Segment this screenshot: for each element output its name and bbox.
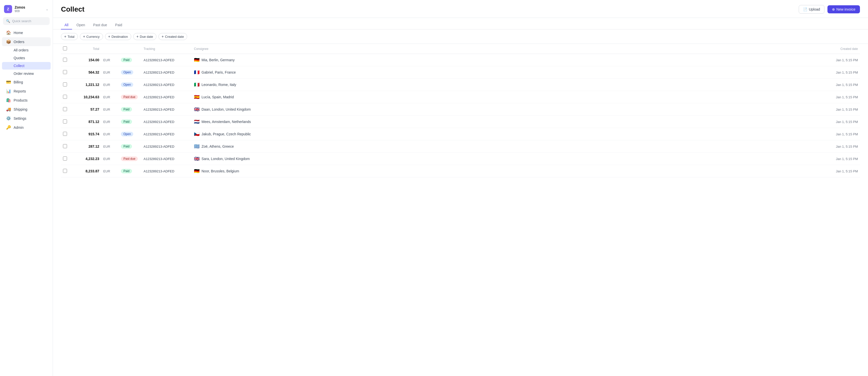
- row-created-date: Jan 1, 5:15 PM: [815, 91, 860, 103]
- sidebar-item-orders[interactable]: 📦 Orders: [2, 37, 51, 46]
- row-created-date: Jan 1, 5:15 PM: [815, 140, 860, 153]
- row-amount: 10,234.63: [71, 91, 101, 103]
- row-checkbox-8[interactable]: [63, 156, 67, 161]
- row-checkbox-0[interactable]: [63, 58, 67, 62]
- row-checkbox-9[interactable]: [63, 169, 67, 173]
- row-checkbox-cell: [61, 91, 71, 103]
- tabs: All Open Past due Paid: [53, 18, 868, 29]
- row-currency: EUR: [101, 103, 119, 116]
- filter-destination-label: Destination: [112, 35, 128, 38]
- plus-icon-created-date: +: [162, 34, 164, 38]
- row-tracking: A123289213-ADFED: [142, 54, 192, 66]
- th-currency: [101, 44, 119, 54]
- row-checkbox-2[interactable]: [63, 82, 67, 86]
- row-currency: EUR: [101, 54, 119, 66]
- main-content: Collect 📄 Upload ⊕ New invoice All Open …: [53, 0, 868, 376]
- row-checkbox-cell: [61, 54, 71, 66]
- tab-paid[interactable]: Paid: [112, 21, 126, 29]
- row-checkbox-cell: [61, 116, 71, 128]
- upload-icon: 📄: [803, 7, 807, 11]
- invoices-table-container: Total Tracking Consignee Created date 15…: [53, 44, 868, 376]
- consignee-name: Mees, Amsterdam, Netherlands: [202, 120, 251, 124]
- filter-currency[interactable]: + Currency: [80, 33, 103, 40]
- filter-total[interactable]: + Total: [61, 33, 78, 40]
- sidebar-item-billing[interactable]: 💳 Billing: [2, 78, 51, 86]
- row-amount: 4,232.23: [71, 153, 101, 165]
- table-row: 8,233.87 EUR Paid A123289213-ADFED 🇩🇪 No…: [61, 165, 860, 177]
- flag-icon: 🇪🇸: [194, 94, 199, 100]
- chevron-down-icon: ⌄: [45, 7, 49, 11]
- filter-created-date[interactable]: + Created date: [158, 33, 187, 40]
- filter-currency-label: Currency: [86, 35, 100, 38]
- row-amount: 564.32: [71, 66, 101, 79]
- brand-switcher[interactable]: Z Zonos 909 ⌄: [0, 3, 53, 17]
- row-tracking: A123289213-ADFED: [142, 66, 192, 79]
- row-created-date: Jan 1, 5:15 PM: [815, 165, 860, 177]
- home-icon: 🏠: [6, 30, 11, 35]
- row-checkbox-4[interactable]: [63, 107, 67, 111]
- row-amount: 57.27: [71, 103, 101, 116]
- row-checkbox-cell: [61, 66, 71, 79]
- row-tracking: A123289213-ADFED: [142, 128, 192, 140]
- row-status: Past due: [119, 91, 142, 103]
- upload-button[interactable]: 📄 Upload: [799, 5, 824, 13]
- row-currency: EUR: [101, 128, 119, 140]
- row-consignee: 🇨🇿 Jakub, Prague, Czech Republic: [192, 128, 815, 140]
- tab-all[interactable]: All: [61, 21, 72, 29]
- sidebar-item-shipping[interactable]: 🚚 Shipping: [2, 105, 51, 114]
- sidebar-item-all-orders[interactable]: All orders: [2, 47, 51, 54]
- plus-icon-currency: +: [83, 34, 85, 38]
- consignee-name: Noor, Brussles, Belgium: [202, 169, 239, 173]
- filter-due-date[interactable]: + Due date: [133, 33, 156, 40]
- sidebar-item-quotes[interactable]: Quotes: [2, 54, 51, 62]
- row-tracking: A123289213-ADFED: [142, 165, 192, 177]
- sidebar-item-admin[interactable]: 🔑 Admin: [2, 123, 51, 132]
- quick-search[interactable]: 🔍 Quick search: [3, 17, 50, 25]
- row-amount: 1,221.12: [71, 79, 101, 91]
- page-title: Collect: [61, 5, 84, 13]
- row-checkbox-1[interactable]: [63, 70, 67, 74]
- row-checkbox-3[interactable]: [63, 95, 67, 99]
- sidebar-item-products[interactable]: 🛍️ Products: [2, 96, 51, 105]
- sidebar: Z Zonos 909 ⌄ 🔍 Quick search 🏠 Home 📦 Or…: [0, 0, 53, 376]
- orders-icon: 📦: [6, 39, 11, 44]
- row-consignee: 🇬🇷 Zoë, Athens, Greece: [192, 140, 815, 153]
- sidebar-item-settings[interactable]: ⚙️ Settings: [2, 114, 51, 123]
- sidebar-item-label-home: Home: [13, 31, 23, 35]
- table-row: 287.12 EUR Paid A123289213-ADFED 🇬🇷 Zoë,…: [61, 140, 860, 153]
- new-invoice-button[interactable]: ⊕ New invoice: [828, 5, 860, 13]
- sidebar-item-order-review[interactable]: Order review: [2, 70, 51, 77]
- filter-total-label: Total: [67, 35, 74, 38]
- row-consignee: 🇫🇷 Gabriel, Paris, France: [192, 66, 815, 79]
- tab-open[interactable]: Open: [73, 21, 89, 29]
- row-amount: 8,233.87: [71, 165, 101, 177]
- sidebar-item-home[interactable]: 🏠 Home: [2, 28, 51, 37]
- select-all-checkbox[interactable]: [63, 47, 67, 50]
- sidebar-item-label-reports: Reports: [13, 89, 26, 93]
- th-created-date: Created date: [815, 44, 860, 54]
- flag-icon: 🇩🇪: [194, 57, 199, 63]
- filter-created-date-label: Created date: [165, 35, 184, 38]
- row-checkbox-7[interactable]: [63, 144, 67, 148]
- row-status: Paid: [119, 116, 142, 128]
- row-currency: EUR: [101, 165, 119, 177]
- row-status: Paid: [119, 165, 142, 177]
- sidebar-item-collect[interactable]: Collect: [2, 62, 51, 69]
- row-tracking: A123289213-ADFED: [142, 140, 192, 153]
- row-status: Open: [119, 128, 142, 140]
- row-checkbox-cell: [61, 103, 71, 116]
- table-row: 10,234.63 EUR Past due A123289213-ADFED …: [61, 91, 860, 103]
- admin-icon: 🔑: [6, 125, 11, 130]
- th-status: [119, 44, 142, 54]
- row-checkbox-5[interactable]: [63, 119, 67, 123]
- filter-due-date-label: Due date: [140, 35, 153, 38]
- tab-past-due[interactable]: Past due: [90, 21, 111, 29]
- brand-avatar: Z: [4, 5, 12, 13]
- plus-icon-due-date: +: [136, 34, 138, 38]
- row-checkbox-6[interactable]: [63, 132, 67, 136]
- sidebar-item-reports[interactable]: 📊 Reports: [2, 87, 51, 95]
- row-created-date: Jan 1, 5:15 PM: [815, 103, 860, 116]
- row-checkbox-cell: [61, 140, 71, 153]
- filter-destination[interactable]: + Destination: [105, 33, 131, 40]
- row-created-date: Jan 1, 5:15 PM: [815, 79, 860, 91]
